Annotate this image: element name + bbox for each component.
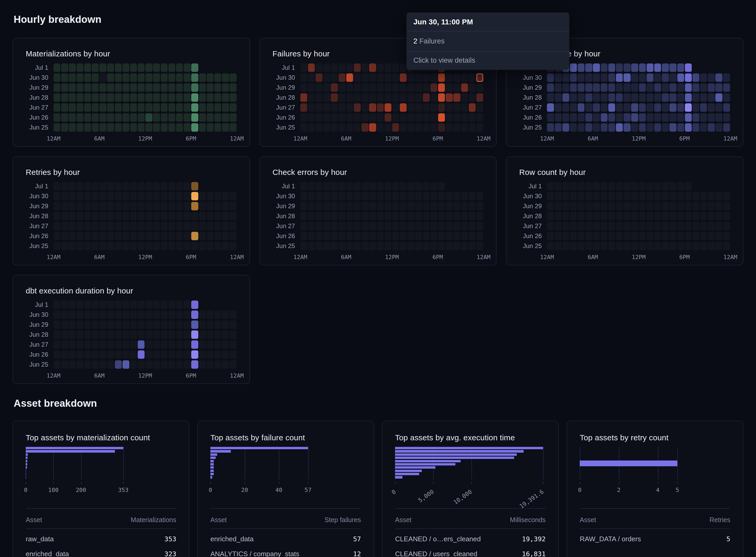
heatmap-cell[interactable] — [400, 242, 407, 250]
heatmap-cell[interactable] — [199, 311, 206, 319]
heatmap-cell[interactable] — [84, 202, 91, 210]
heatmap-cell[interactable] — [222, 113, 229, 122]
heatmap-cell[interactable] — [361, 93, 368, 102]
heatmap-cell[interactable] — [54, 113, 60, 122]
heatmap-cell[interactable] — [199, 113, 206, 122]
heatmap-cell[interactable] — [476, 242, 483, 250]
heatmap-cell[interactable] — [77, 63, 83, 72]
heatmap-cell[interactable] — [138, 242, 145, 250]
heatmap-cell[interactable] — [369, 222, 376, 230]
heatmap-cell[interactable] — [476, 113, 483, 122]
heatmap-cell[interactable] — [585, 63, 592, 72]
heatmap-cell[interactable] — [199, 350, 206, 359]
heatmap-cell[interactable] — [168, 222, 175, 230]
heatmap-cell[interactable] — [161, 350, 168, 359]
heatmap-cell[interactable] — [222, 93, 229, 102]
heatmap-cell[interactable] — [61, 222, 68, 230]
heatmap-cell[interactable] — [99, 212, 106, 220]
heatmap-cell[interactable] — [407, 202, 414, 210]
heatmap-cell[interactable] — [361, 242, 368, 250]
heatmap-cell[interactable] — [469, 212, 475, 220]
heatmap-cell[interactable] — [639, 103, 646, 112]
heatmap-cell[interactable] — [92, 311, 99, 319]
heatmap-cell[interactable] — [685, 113, 692, 122]
heatmap-cell[interactable] — [677, 93, 684, 102]
heatmap-cell[interactable] — [191, 330, 198, 339]
heatmap-cell[interactable] — [708, 113, 715, 122]
heatmap-cell[interactable] — [122, 320, 129, 329]
heatmap-cell[interactable] — [631, 182, 638, 190]
heatmap-cell[interactable] — [115, 63, 122, 72]
heatmap-cell[interactable] — [685, 192, 692, 200]
heatmap-cell[interactable] — [562, 242, 569, 250]
heatmap-cell[interactable] — [346, 123, 353, 131]
heatmap-cell[interactable] — [69, 360, 76, 369]
heatmap-cell[interactable] — [92, 123, 99, 131]
heatmap-cell[interactable] — [562, 93, 569, 102]
bar[interactable] — [395, 460, 461, 462]
asset-name[interactable]: raw_data — [26, 535, 54, 543]
heatmap-cell[interactable] — [647, 202, 653, 210]
heatmap-cell[interactable] — [199, 330, 206, 339]
heatmap-cell[interactable] — [191, 212, 198, 220]
bar[interactable] — [210, 463, 214, 466]
heatmap-cell[interactable] — [623, 93, 630, 102]
heatmap-cell[interactable] — [669, 202, 676, 210]
heatmap-cell[interactable] — [593, 103, 600, 112]
heatmap-cell[interactable] — [168, 360, 175, 369]
heatmap-cell[interactable] — [316, 103, 322, 112]
heatmap-cell[interactable] — [214, 202, 221, 210]
heatmap-cell[interactable] — [145, 182, 152, 190]
heatmap-cell[interactable] — [69, 320, 76, 329]
heatmap-cell[interactable] — [608, 74, 615, 82]
heatmap-cell[interactable] — [316, 113, 322, 122]
heatmap-cell[interactable] — [431, 182, 437, 190]
heatmap-cell[interactable] — [723, 232, 730, 240]
heatmap-cell[interactable] — [54, 311, 60, 319]
heatmap-cell[interactable] — [601, 212, 608, 220]
heatmap-cell[interactable] — [184, 103, 191, 112]
heatmap-cell[interactable] — [400, 222, 407, 230]
heatmap-cell[interactable] — [199, 103, 206, 112]
heatmap-cell[interactable] — [723, 222, 730, 230]
heatmap-cell[interactable] — [677, 202, 684, 210]
heatmap-cell[interactable] — [601, 63, 608, 72]
heatmap-cell[interactable] — [601, 123, 608, 131]
heatmap-cell[interactable] — [184, 63, 191, 72]
heatmap-cell[interactable] — [61, 232, 68, 240]
table-row[interactable]: raw_data353 — [26, 532, 176, 547]
heatmap-cell[interactable] — [176, 74, 183, 82]
heatmap-cell[interactable] — [61, 113, 68, 122]
heatmap-cell[interactable] — [84, 93, 91, 102]
heatmap-cell[interactable] — [230, 123, 236, 131]
heatmap-cell[interactable] — [199, 341, 206, 349]
heatmap-cell[interactable] — [184, 320, 191, 329]
heatmap-cell[interactable] — [222, 360, 229, 369]
heatmap-cell[interactable] — [623, 63, 630, 72]
heatmap-cell[interactable] — [122, 202, 129, 210]
heatmap-cell[interactable] — [77, 93, 83, 102]
heatmap-cell[interactable] — [153, 103, 160, 112]
heatmap-cell[interactable] — [407, 212, 414, 220]
heatmap-cell[interactable] — [446, 232, 453, 240]
bar[interactable] — [26, 457, 28, 459]
bar[interactable] — [26, 466, 27, 469]
heatmap-cell[interactable] — [601, 113, 608, 122]
heatmap-cell[interactable] — [723, 113, 730, 122]
heatmap-cell[interactable] — [54, 242, 60, 250]
heatmap-cell[interactable] — [369, 182, 376, 190]
heatmap-cell[interactable] — [130, 103, 137, 112]
heatmap-cell[interactable] — [207, 74, 213, 82]
heatmap-cell[interactable] — [107, 320, 114, 329]
heatmap-cell[interactable] — [708, 93, 715, 102]
heatmap-cell[interactable] — [323, 182, 330, 190]
heatmap-cell[interactable] — [69, 350, 76, 359]
heatmap-cell[interactable] — [623, 222, 630, 230]
heatmap-cell[interactable] — [92, 350, 99, 359]
heatmap-cell[interactable] — [723, 83, 730, 92]
heatmap-cell[interactable] — [631, 113, 638, 122]
heatmap-cell[interactable] — [184, 83, 191, 92]
heatmap-cell[interactable] — [77, 341, 83, 349]
heatmap-cell[interactable] — [145, 330, 152, 339]
heatmap-cell[interactable] — [214, 232, 221, 240]
